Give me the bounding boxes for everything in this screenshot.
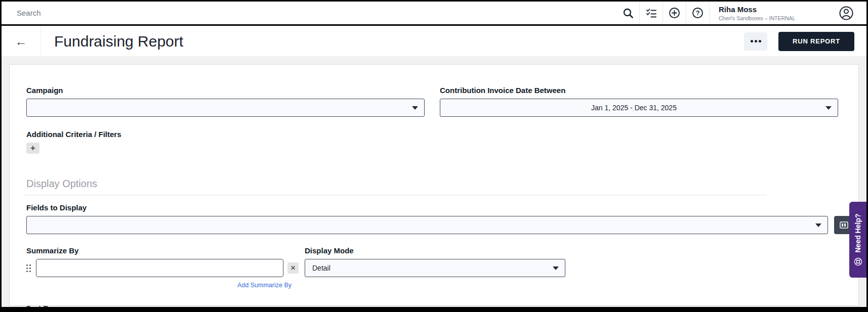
contribution-date-select[interactable]: Jan 1, 2025 - Dec 31, 2025: [440, 99, 838, 117]
search-input[interactable]: [17, 2, 179, 24]
run-report-button[interactable]: RUN REPORT: [778, 32, 854, 51]
avatar[interactable]: [826, 2, 866, 24]
clear-summarize-button[interactable]: ✕: [287, 262, 299, 274]
summarize-by-group: Summarize By ✕ Add Summarize By: [26, 246, 299, 289]
need-help-tab-content: Need Help?: [849, 202, 866, 278]
section-divider: [23, 195, 766, 195]
drag-handle-icon[interactable]: [26, 264, 31, 272]
top-bar: ? Riha Moss Cheri's Sandboxes – INTERNAL: [2, 2, 866, 24]
checklist-icon: [645, 8, 657, 19]
contribution-date-value: Jan 1, 2025 - Dec 31, 2025: [447, 104, 820, 112]
add-circle-icon[interactable]: [663, 2, 686, 24]
add-circle-icon: [669, 7, 680, 19]
page-header: ← Fundraising Report RUN REPORT: [2, 26, 866, 57]
display-mode-value: Detail: [312, 264, 548, 272]
dropdown-arrow-icon: [825, 106, 832, 110]
help-circle-icon: ?: [692, 7, 704, 19]
summarize-by-controls: ✕: [26, 259, 299, 277]
display-mode-select[interactable]: Detail: [305, 259, 565, 277]
back-arrow-icon: ←: [15, 35, 27, 48]
display-options-heading: Display Options: [26, 178, 838, 190]
dropdown-arrow-icon: [412, 106, 418, 110]
fields-to-display-label: Fields to Display: [26, 203, 838, 212]
contribution-date-label: Contribution Invoice Date Between: [440, 86, 838, 95]
additional-criteria-group: Additional Criteria / Filters +: [26, 130, 838, 154]
avatar-icon: [839, 6, 854, 21]
page-title: Fundraising Report: [54, 33, 183, 50]
need-help-label: Need Help?: [854, 214, 862, 253]
svg-text:?: ?: [696, 10, 700, 17]
columns-icon: [840, 221, 848, 229]
filters-row: Campaign Contribution Invoice Date Betwe…: [26, 86, 838, 117]
lifebuoy-icon: [854, 257, 862, 266]
dropdown-arrow-icon: [815, 224, 821, 227]
checklist-icon[interactable]: [640, 2, 663, 24]
dropdown-arrow-icon: [553, 266, 559, 270]
campaign-field-group: Campaign: [26, 86, 425, 117]
ellipsis-icon: [751, 40, 753, 42]
topbar-actions: ? Riha Moss Cheri's Sandboxes – INTERNAL: [616, 2, 866, 24]
search-icon[interactable]: [616, 2, 640, 24]
add-summarize-by-link[interactable]: Add Summarize By: [26, 282, 292, 289]
user-name: Riha Moss: [719, 5, 819, 14]
ellipsis-icon: [759, 40, 761, 42]
summarize-by-input[interactable]: [36, 259, 283, 277]
back-button[interactable]: ←: [2, 26, 41, 57]
display-mode-group: Display Mode Detail: [305, 246, 566, 289]
campaign-select[interactable]: [26, 99, 425, 117]
need-help-tab[interactable]: Need Help?: [849, 202, 866, 278]
display-mode-label: Display Mode: [305, 246, 566, 255]
summarize-display-row: Summarize By ✕ Add Summarize By Display …: [26, 246, 838, 289]
help-circle-icon[interactable]: ?: [686, 2, 710, 24]
user-info[interactable]: Riha Moss Cheri's Sandboxes – INTERNAL: [710, 2, 826, 24]
header-actions: RUN REPORT: [744, 32, 854, 51]
contribution-date-field-group: Contribution Invoice Date Between Jan 1,…: [440, 86, 838, 117]
clipped-section-label: Sort By: [26, 304, 53, 307]
campaign-label: Campaign: [26, 86, 425, 95]
add-criteria-button[interactable]: +: [26, 143, 39, 154]
additional-criteria-label: Additional Criteria / Filters: [26, 130, 838, 139]
page-background: Campaign Contribution Invoice Date Betwe…: [2, 58, 866, 307]
search-icon: [623, 8, 634, 19]
ellipsis-icon: [755, 40, 757, 42]
fields-to-display-select[interactable]: [26, 216, 828, 234]
user-organization: Cheri's Sandboxes – INTERNAL: [719, 15, 819, 21]
report-settings-card: Campaign Contribution Invoice Date Betwe…: [9, 64, 859, 306]
fields-to-display-row: [26, 216, 853, 234]
app-window: ? Riha Moss Cheri's Sandboxes – INTERNAL…: [0, 0, 868, 312]
summarize-by-label: Summarize By: [26, 246, 299, 255]
more-options-button[interactable]: [744, 32, 767, 51]
